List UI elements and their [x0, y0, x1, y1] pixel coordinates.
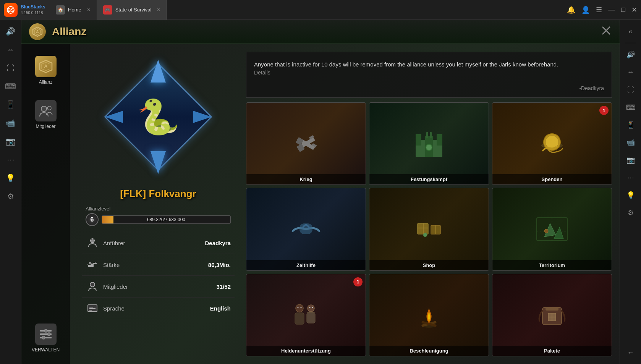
pakete-bg: [492, 274, 612, 356]
main-area: 🔊 ↔ ⛶ ⌨ 📱 📹 📷 ⋯ 💡 ⚙ A Allianz: [0, 20, 641, 364]
anfuehrer-value: Deadkyra: [205, 240, 231, 246]
bluestacks-logo: BS BlueStacks 4.150.0.1118: [0, 0, 50, 20]
bs-right-resize[interactable]: ↔: [623, 65, 638, 80]
bs-sidebar-light[interactable]: 💡: [3, 170, 18, 186]
game-area: A Allianz A: [21, 20, 620, 364]
bs-logo-icon: BS: [4, 3, 18, 17]
action-krieg[interactable]: Krieg: [246, 102, 366, 185]
crystal-right: [193, 111, 212, 123]
bs-right-fullscreen[interactable]: ⛶: [623, 82, 638, 97]
bs-sidebar-video[interactable]: 📹: [3, 115, 18, 131]
svg-point-23: [89, 262, 91, 264]
bs-right-more[interactable]: ⋯: [623, 170, 638, 185]
action-pakete[interactable]: Pakete: [492, 274, 612, 356]
profile-icon[interactable]: 👤: [581, 6, 590, 14]
svg-rect-49: [423, 223, 424, 234]
svg-rect-14: [40, 337, 52, 338]
game-tab-label: State of Survival: [115, 7, 152, 13]
sidebar-item-allianz[interactable]: A Allianz: [31, 52, 60, 89]
bs-sidebar-keyboard[interactable]: ⌨: [3, 79, 18, 94]
mitglieder-stat-icon: [86, 280, 99, 293]
action-beschleunigung[interactable]: Beschleunigung: [369, 274, 489, 356]
menu-icon[interactable]: ☰: [596, 6, 602, 14]
svg-rect-50: [418, 228, 428, 228]
tab-game[interactable]: 🎮 State of Survival ✕: [97, 0, 167, 20]
bs-right-settings[interactable]: ⚙: [623, 205, 638, 220]
svg-point-46: [545, 136, 558, 149]
sidebar-item-mitglieder[interactable]: Mitglieder: [31, 96, 60, 133]
svg-rect-72: [545, 307, 558, 311]
bs-right-video[interactable]: 📹: [623, 135, 638, 150]
minimize-button[interactable]: —: [608, 6, 615, 14]
krieg-label: Krieg: [246, 174, 366, 184]
bs-right-sidebar: « 🔊 ↔ ⛶ ⌨ 📱 📹 📷 ⋯ 💡 ⚙ ←: [620, 20, 641, 364]
svg-rect-15: [45, 329, 47, 332]
topbar: BS BlueStacks 4.150.0.1118 🏠 Home ✕ 🎮 St…: [0, 0, 641, 20]
close-button[interactable]: ✕: [631, 6, 637, 14]
level-badge: 6: [86, 213, 99, 226]
bs-sidebar-fullscreen[interactable]: ⛶: [3, 60, 18, 76]
action-grid: Krieg: [246, 102, 612, 356]
bs-sidebar-more[interactable]: ⋯: [3, 152, 18, 167]
tab-home[interactable]: 🏠 Home ✕: [50, 0, 97, 20]
svg-point-26: [90, 282, 95, 287]
bs-sidebar-resize[interactable]: ↔: [3, 42, 18, 57]
bs-right-sound[interactable]: 🔊: [623, 47, 638, 62]
action-heldenunterstuetzung[interactable]: 1 Heldenunterstützung: [246, 274, 366, 356]
bs-right-camera[interactable]: 📷: [623, 152, 638, 168]
progress-text: 689.326/7.633.000: [147, 217, 185, 222]
notification-icon[interactable]: 🔔: [567, 6, 575, 14]
svg-point-53: [423, 233, 427, 237]
stat-row-mitglieder: Mitglieder 31/52: [82, 276, 235, 298]
sidebar-label-mitglieder: Mitglieder: [36, 124, 55, 129]
svg-rect-38: [416, 134, 421, 146]
alliance-info-left: 🐍 [FLK] Folkvangr Allianzlevel 6 689.326…: [78, 52, 238, 356]
sidebar-item-verwalten[interactable]: VERWALTEN: [28, 320, 63, 356]
action-spenden[interactable]: 1 Spenden: [492, 102, 612, 185]
bs-right-divider-1: [625, 43, 636, 43]
game-header-close-button[interactable]: [601, 25, 612, 39]
game-tab-close[interactable]: ✕: [157, 7, 160, 13]
bs-sidebar-device[interactable]: 📱: [3, 97, 18, 112]
svg-text:BS: BS: [8, 8, 14, 13]
helden-label: Heldenunterstützung: [246, 346, 366, 356]
bs-sidebar-camera[interactable]: 📷: [3, 134, 18, 149]
svg-rect-20: [88, 265, 91, 267]
territorium-label: Territorium: [492, 260, 612, 270]
notice-details-label[interactable]: Details: [254, 70, 270, 76]
bs-right-light[interactable]: 💡: [623, 188, 638, 203]
action-shop[interactable]: Shop: [369, 188, 489, 270]
bs-right-back[interactable]: «: [623, 24, 638, 39]
svg-point-11: [47, 106, 51, 110]
bs-left-sidebar: 🔊 ↔ ⛶ ⌨ 📱 📹 📷 ⋯ 💡 ⚙: [0, 20, 21, 364]
action-zeithilfe[interactable]: Zeithilfe: [246, 188, 366, 270]
anfuehrer-label: Anführer: [103, 240, 205, 246]
bs-sidebar-sound[interactable]: 🔊: [3, 24, 18, 39]
svg-text:A: A: [44, 63, 48, 69]
svg-rect-25: [95, 262, 96, 263]
stat-row-anfuehrer: Anführer Deadkyra: [82, 232, 235, 254]
maximize-button[interactable]: □: [621, 6, 625, 14]
bs-right-phone[interactable]: 📱: [623, 117, 638, 133]
notice-author: -Deadkyra: [579, 85, 604, 91]
level-label: Allianzlevel: [86, 206, 231, 212]
spenden-bg: [492, 103, 612, 184]
game-header: A Allianz: [21, 20, 620, 44]
action-territorium[interactable]: Territorium: [492, 188, 612, 270]
action-festungskampf[interactable]: Festungskampf: [369, 102, 489, 185]
sprache-label: Sprache: [103, 305, 210, 312]
svg-text:A: A: [36, 29, 39, 34]
crystal-bottom: [151, 151, 166, 174]
festung-bg: [369, 103, 489, 184]
alliance-stats: Anführer Deadkyra: [78, 232, 238, 319]
bs-right-keyboard[interactable]: ⌨: [623, 100, 638, 115]
sprache-icon: [86, 301, 99, 315]
bs-sidebar-settings[interactable]: ⚙: [3, 189, 18, 204]
notice-box: Anyone that is inactive for 10 days will…: [246, 52, 612, 98]
alliance-logo-container: 🐍: [89, 52, 227, 182]
bs-right-arrow-back[interactable]: ←: [623, 345, 638, 360]
crystal-top: [151, 60, 166, 83]
bs-version: BlueStacks 4.150.0.1118: [21, 4, 45, 15]
spenden-label: Spenden: [492, 174, 612, 184]
home-tab-close[interactable]: ✕: [87, 7, 91, 13]
